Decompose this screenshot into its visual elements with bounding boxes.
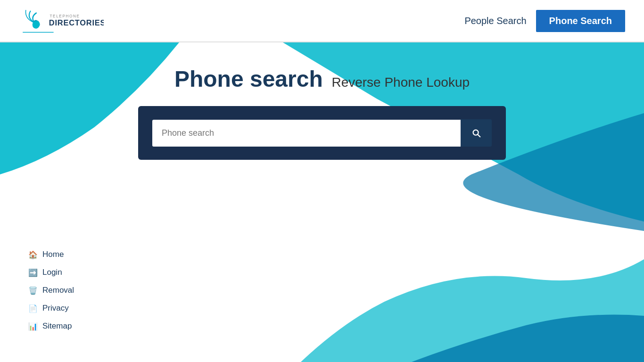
nav-home[interactable]: 🏠 Home — [28, 250, 74, 259]
main-nav: People Search Phone Search — [464, 10, 625, 32]
logo-svg: TELEPHONE DIRECTORIES — [19, 4, 104, 37]
hero-content: Phone search Reverse Phone Lookup — [0, 66, 644, 92]
page-header: TELEPHONE DIRECTORIES People Search Phon… — [0, 0, 644, 42]
content-section: 🏠 Home ➡️ Login 🗑️ Removal 📄 Privacy 📊 S… — [0, 231, 644, 362]
nav-login-label: Login — [42, 268, 62, 277]
content-right-decoration — [290, 231, 644, 362]
phone-search-input[interactable] — [152, 120, 461, 147]
privacy-icon: 📄 — [28, 304, 38, 313]
nav-people-search[interactable]: People Search — [464, 16, 526, 26]
footer-nav: 🏠 Home ➡️ Login 🗑️ Removal 📄 Privacy 📊 S… — [0, 231, 102, 362]
search-button[interactable] — [461, 119, 492, 147]
svg-text:DIRECTORIES: DIRECTORIES — [49, 18, 104, 27]
nav-privacy-label: Privacy — [42, 304, 69, 313]
removal-icon: 🗑️ — [28, 286, 38, 295]
nav-home-label: Home — [42, 250, 64, 259]
login-icon: ➡️ — [28, 268, 38, 277]
hero-heading: Phone search Reverse Phone Lookup — [0, 66, 644, 92]
nav-sitemap-label: Sitemap — [42, 321, 72, 331]
svg-point-4 — [171, 200, 473, 231]
nav-sitemap[interactable]: 📊 Sitemap — [28, 321, 74, 331]
sitemap-icon: 📊 — [28, 322, 38, 331]
search-icon — [471, 128, 481, 138]
nav-removal[interactable]: 🗑️ Removal — [28, 286, 74, 295]
nav-privacy[interactable]: 📄 Privacy — [28, 304, 74, 313]
hero-subtitle: Reverse Phone Lookup — [331, 75, 470, 90]
home-icon: 🏠 — [28, 250, 38, 259]
hero-section: Phone search Reverse Phone Lookup — [0, 42, 644, 231]
search-box-wrapper — [138, 106, 506, 160]
nav-phone-search[interactable]: Phone Search — [536, 10, 625, 32]
hero-title: Phone search — [174, 66, 323, 91]
logo-area: TELEPHONE DIRECTORIES — [19, 4, 104, 37]
nav-removal-label: Removal — [42, 286, 74, 295]
nav-login[interactable]: ➡️ Login — [28, 268, 74, 277]
